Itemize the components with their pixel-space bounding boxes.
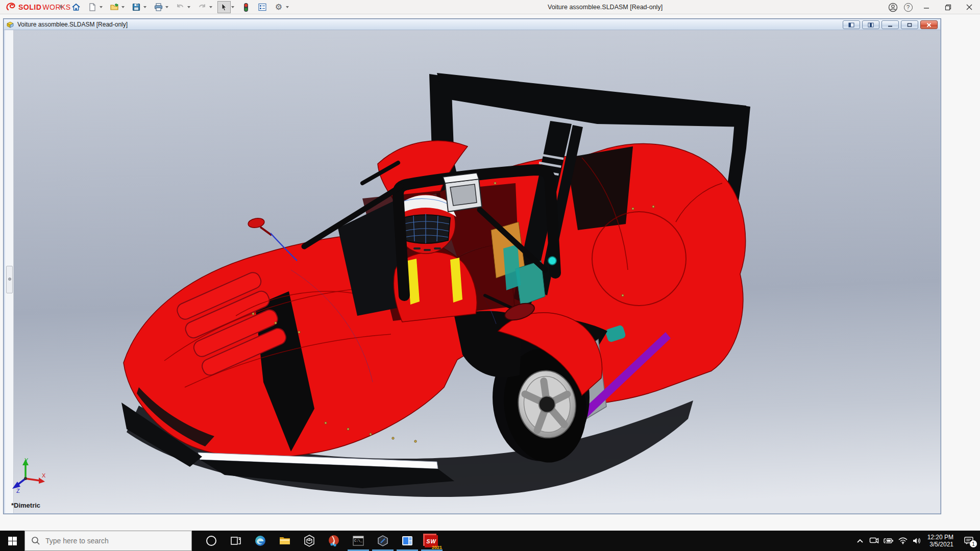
taskbar-item-media-app[interactable] xyxy=(395,531,420,551)
clock-time: 12:20 PM xyxy=(927,534,953,541)
clock-date: 3/5/2021 xyxy=(927,541,953,548)
view-orientation-label: *Dimetric xyxy=(11,502,40,509)
pane-right-button[interactable] xyxy=(862,20,879,29)
search-icon xyxy=(31,536,40,545)
system-tray: 12:20 PM 3/5/2021 1 xyxy=(853,531,980,551)
print-dropdown-caret[interactable] xyxy=(165,6,168,8)
triad-x-label: X xyxy=(42,472,46,479)
account-icon[interactable] xyxy=(885,0,900,14)
app-titlebar: SOLIDWORKS xyxy=(0,0,980,14)
new-document-icon[interactable] xyxy=(86,1,99,13)
taskbar-item-3d-viewer[interactable] xyxy=(297,531,322,551)
document-titlebar[interactable]: Voiture assomblee.SLDASM [Read-only] xyxy=(4,19,940,30)
graphics-area[interactable]: Y X Z *Dimetric xyxy=(5,30,940,513)
open-icon[interactable] xyxy=(108,1,121,13)
hexagon-app-icon xyxy=(377,535,389,547)
document-title: Voiture assomblee.SLDASM [Read-only] xyxy=(17,21,128,28)
taskbar-item-cortana[interactable] xyxy=(199,531,224,551)
notification-count-badge: 1 xyxy=(970,540,977,547)
taskbar-search[interactable] xyxy=(24,531,192,551)
new-dropdown-caret[interactable] xyxy=(100,6,103,8)
triad-y-label: Y xyxy=(24,457,29,463)
display-states-icon[interactable] xyxy=(239,1,253,13)
edge-icon xyxy=(254,535,266,547)
hidden-icons-chevron[interactable] xyxy=(853,531,867,551)
brand-works: WORKS xyxy=(42,3,70,11)
car-3d-model xyxy=(5,30,940,513)
minimize-button[interactable] xyxy=(916,0,937,14)
ds-swoosh-icon xyxy=(5,2,17,12)
windows-logo-icon xyxy=(8,537,17,545)
solidworks-app-icon: SW 2021 xyxy=(423,533,441,548)
redo-icon[interactable] xyxy=(195,1,209,13)
undo-icon[interactable] xyxy=(174,1,187,13)
feature-tree-collapsed-panel[interactable] xyxy=(5,30,14,513)
windows-taskbar: C:\_ SW 2021 xyxy=(0,531,980,551)
pane-left-button[interactable] xyxy=(843,20,860,29)
taskbar-item-task-view[interactable] xyxy=(224,531,248,551)
svg-text:C:\_: C:\_ xyxy=(354,539,362,543)
doc-close-button[interactable] xyxy=(920,20,938,29)
brand-expand-arrow[interactable] xyxy=(60,5,63,9)
save-icon[interactable] xyxy=(130,1,143,13)
taskbar-item-edge[interactable] xyxy=(248,531,273,551)
open-dropdown-caret[interactable] xyxy=(121,6,125,8)
help-icon[interactable]: ? xyxy=(900,0,916,14)
battery-icon[interactable] xyxy=(881,531,896,551)
doc-minimize-button[interactable] xyxy=(881,20,899,29)
taskbar-item-command-prompt[interactable]: C:\_ xyxy=(346,531,371,551)
undo-dropdown-caret[interactable] xyxy=(187,6,190,8)
panel-handle-dot xyxy=(8,278,11,281)
command-prompt-icon: C:\_ xyxy=(352,535,364,547)
triad-z-label: Z xyxy=(16,488,20,494)
main-toolbar: ⚙ xyxy=(69,1,294,14)
panel-expand-handle[interactable] xyxy=(6,266,13,293)
options-gear-icon[interactable]: ⚙ xyxy=(272,1,285,13)
action-center-button[interactable]: 1 xyxy=(958,531,980,551)
redo-dropdown-caret[interactable] xyxy=(209,6,212,8)
start-button[interactable] xyxy=(0,531,24,551)
taskbar-item-dev-hexagon[interactable] xyxy=(371,531,395,551)
select-dropdown-caret[interactable] xyxy=(231,6,234,8)
close-button[interactable] xyxy=(959,0,980,14)
screen-snip-icon xyxy=(328,535,340,547)
taskbar-item-solidworks-2021[interactable]: SW 2021 xyxy=(420,531,444,551)
app-window-title: Voiture assomblee.SLDASM [Read-only] xyxy=(548,4,663,11)
home-icon[interactable] xyxy=(69,1,83,13)
3d-viewer-icon xyxy=(303,535,315,547)
view-list-icon[interactable] xyxy=(256,1,269,13)
task-view-icon xyxy=(230,535,241,546)
brand-solid: SOLID xyxy=(18,3,41,11)
options-dropdown-caret[interactable] xyxy=(286,6,289,8)
document-window: Voiture assomblee.SLDASM [Read-only] xyxy=(3,18,941,514)
media-app-icon xyxy=(401,535,413,547)
wifi-icon[interactable] xyxy=(896,531,910,551)
doc-restore-button[interactable] xyxy=(901,20,918,29)
search-input[interactable] xyxy=(45,537,178,545)
taskbar-clock[interactable]: 12:20 PM 3/5/2021 xyxy=(924,534,958,548)
file-explorer-icon xyxy=(279,535,291,547)
meet-now-icon[interactable] xyxy=(867,531,881,551)
taskbar-item-file-explorer[interactable] xyxy=(273,531,297,551)
print-icon[interactable] xyxy=(152,1,165,13)
save-dropdown-caret[interactable] xyxy=(143,6,146,8)
cortana-icon xyxy=(206,535,217,546)
volume-icon[interactable] xyxy=(910,531,924,551)
select-cursor-icon[interactable] xyxy=(217,1,231,13)
taskbar-item-screen-snip[interactable] xyxy=(322,531,346,551)
orientation-triad: Y X Z xyxy=(9,456,50,497)
assembly-icon xyxy=(6,20,15,29)
restore-button[interactable] xyxy=(937,0,959,14)
